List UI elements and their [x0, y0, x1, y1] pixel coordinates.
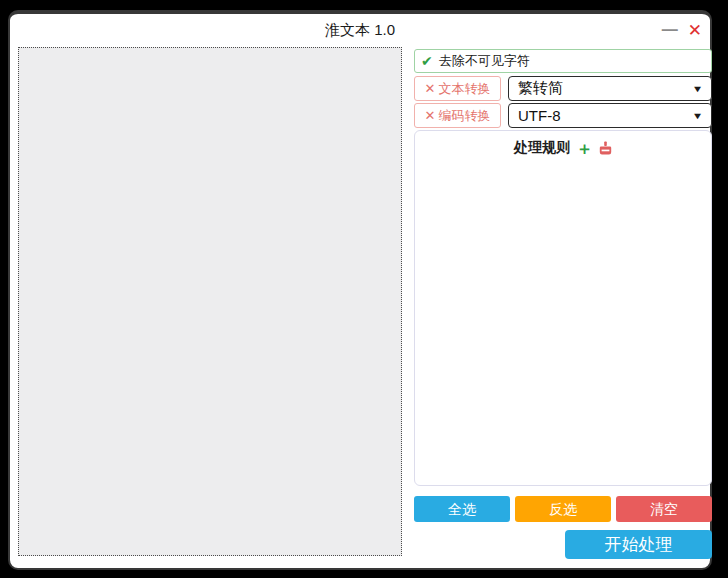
text-convert-toggle[interactable]: ✕ 文本转换: [414, 76, 501, 101]
titlebar[interactable]: 淮文本 1.0 — ✕: [10, 14, 710, 46]
encode-convert-value: UTF-8: [518, 107, 693, 124]
encode-convert-label: 编码转换: [438, 107, 490, 125]
select-all-button[interactable]: 全选: [414, 496, 510, 522]
encode-convert-toggle[interactable]: ✕ 编码转换: [414, 103, 501, 128]
text-convert-select[interactable]: 繁转简 ▼: [508, 76, 712, 101]
remove-invisible-toggle[interactable]: ✔ 去除不可见字符: [414, 49, 712, 73]
rules-header: 处理规则 ＋: [415, 131, 711, 157]
check-icon: ✔: [421, 53, 433, 69]
x-icon: ✕: [425, 81, 436, 96]
text-convert-row: ✕ 文本转换 繁转简 ▼: [414, 76, 712, 101]
app-window: 淮文本 1.0 — ✕ ✔ 去除不可见字符 ✕ 文本转换 繁转简 ▼ ✕ 编码转…: [8, 10, 712, 570]
clear-rules-brush-icon[interactable]: [599, 141, 612, 156]
minimize-icon[interactable]: —: [662, 22, 678, 38]
x-icon: ✕: [425, 108, 436, 123]
text-convert-label: 文本转换: [438, 80, 490, 98]
text-convert-value: 繁转简: [518, 79, 693, 98]
chevron-down-icon: ▼: [692, 111, 704, 121]
window-title: 淮文本 1.0: [10, 14, 710, 46]
rules-title: 处理规则: [514, 139, 570, 157]
encode-convert-select[interactable]: UTF-8 ▼: [508, 103, 712, 128]
close-icon[interactable]: ✕: [688, 22, 702, 39]
clear-button[interactable]: 清空: [616, 496, 712, 522]
selection-buttons: 全选 反选 清空: [414, 496, 712, 522]
start-process-button[interactable]: 开始处理: [565, 530, 712, 559]
add-rule-icon[interactable]: ＋: [576, 140, 593, 157]
invert-select-button[interactable]: 反选: [515, 496, 611, 522]
window-controls: — ✕: [662, 14, 702, 46]
file-drop-area[interactable]: [18, 47, 402, 556]
encode-convert-row: ✕ 编码转换 UTF-8 ▼: [414, 103, 712, 128]
remove-invisible-label: 去除不可见字符: [439, 52, 530, 70]
rules-panel: 处理规则 ＋: [414, 130, 712, 486]
chevron-down-icon: ▼: [692, 84, 704, 94]
